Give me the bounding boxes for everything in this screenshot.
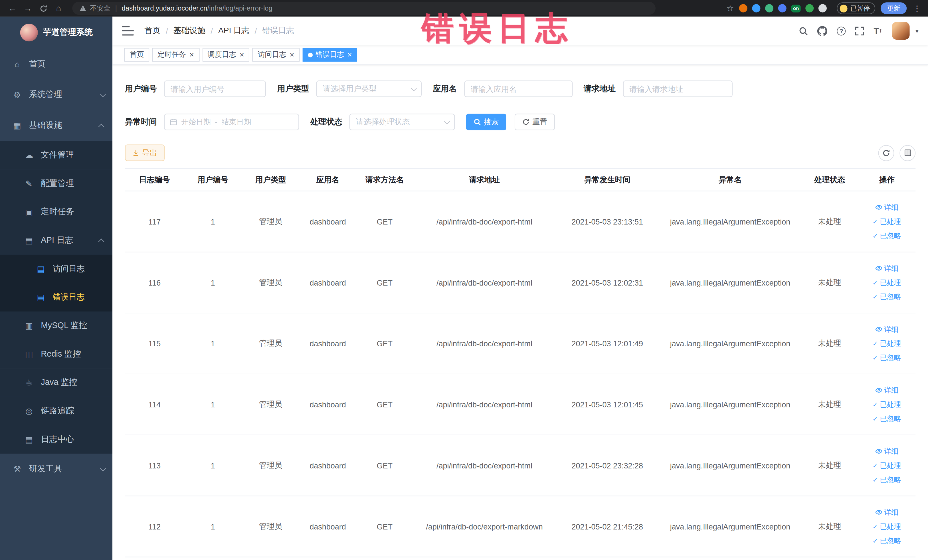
processed-link[interactable]: ✓已处理 [873, 216, 901, 227]
breadcrumb-item[interactable]: 首页 [145, 25, 160, 36]
cell-status: 未处理 [801, 374, 858, 435]
sidebar-item-home[interactable]: ⌂首页 [0, 49, 112, 79]
forward-icon[interactable]: → [21, 2, 35, 15]
detail-link[interactable]: 详细 [875, 384, 898, 396]
processed-link[interactable]: ✓已处理 [873, 276, 901, 288]
sidebar-item-infrastructure[interactable]: ▦基础设施 [0, 110, 112, 141]
app-name-input[interactable] [464, 81, 572, 97]
check-icon: ✓ [873, 474, 878, 486]
processed-link[interactable]: ✓已处理 [873, 337, 901, 349]
address-bar[interactable]: 不安全 | dashboard.yudao.iocoder.cn /infra/… [72, 2, 656, 15]
home-icon[interactable]: ⌂ [52, 2, 65, 15]
extension-blue-grid[interactable] [778, 4, 786, 12]
detail-link[interactable]: 详细 [875, 201, 898, 214]
tab-close-icon[interactable]: × [240, 51, 244, 59]
detail-link[interactable]: 详细 [875, 262, 898, 275]
cell-exception: java.lang.IllegalArgumentException [659, 252, 801, 313]
tab-close-icon[interactable]: × [189, 51, 194, 59]
sidebar-item-trace[interactable]: ◎链路追踪 [0, 397, 112, 425]
refresh-table-button[interactable] [878, 145, 894, 161]
avatar-caret-icon[interactable]: ▾ [916, 27, 918, 34]
user-type-select[interactable]: 请选择用户类型 [316, 81, 422, 97]
tab-close-icon[interactable]: × [290, 51, 295, 59]
user-avatar[interactable] [892, 22, 910, 40]
sidebar-item-label: 基础设施 [29, 120, 62, 131]
browser-update-button[interactable]: 更新 [881, 2, 907, 14]
tab-scheduled-task[interactable]: 定时任务× [152, 48, 199, 62]
extension-light-circle[interactable] [818, 4, 827, 12]
process-status-select[interactable]: 请选择处理状态 [350, 114, 455, 130]
extension-vue-devtools[interactable] [765, 4, 774, 12]
browser-menu-icon[interactable]: ⋮ [912, 4, 922, 12]
search-icon[interactable] [799, 26, 808, 35]
security-label[interactable]: 不安全 [90, 4, 111, 12]
reload-icon[interactable] [37, 2, 50, 15]
action-label: 详细 [884, 507, 898, 518]
sidebar-item-log-center[interactable]: ▤日志中心 [0, 425, 112, 453]
doc-icon: ▤ [36, 292, 46, 302]
cell-user-type: 管理员 [242, 435, 299, 496]
cell-time: 2021-05-03 12:01:49 [556, 313, 659, 374]
processed-link[interactable]: ✓已处理 [873, 398, 901, 410]
detail-link[interactable]: 详细 [875, 323, 898, 335]
date-range-picker[interactable]: 开始日期 - 结束日期 [164, 114, 299, 130]
extension-blue-circle[interactable] [752, 4, 760, 12]
tab-schedule-log[interactable]: 调度日志× [202, 48, 249, 62]
sidebar-item-config-management[interactable]: ✎配置管理 [0, 169, 112, 198]
processed-link[interactable]: ✓已处理 [873, 520, 901, 533]
extension-orange-circle[interactable] [739, 4, 748, 12]
sidebar-item-label: Java 监控 [41, 377, 77, 388]
main-area: 首页/基础设施/API 日志/错误日志 ? TT ▾ [112, 17, 928, 560]
sidebar-item-dev-tools[interactable]: ⚒研发工具 [0, 453, 112, 484]
sidebar-item-scheduled-task[interactable]: ▣定时任务 [0, 198, 112, 226]
paused-extension-badge[interactable]: 已暂停 [837, 2, 875, 14]
bookmark-star-icon[interactable]: ☆ [726, 3, 734, 13]
sidebar-item-redis-monitor[interactable]: ◫Redis 监控 [0, 340, 112, 369]
export-button[interactable]: 导出 [125, 145, 165, 161]
ignored-link[interactable]: ✓已忽略 [873, 413, 901, 425]
sidebar-item-mysql-monitor[interactable]: ▥MySQL 监控 [0, 311, 112, 340]
extension-on-toggle[interactable]: on [791, 5, 801, 12]
ignored-link[interactable]: ✓已忽略 [873, 474, 901, 486]
sidebar-item-error-log[interactable]: ▤错误日志 [0, 283, 112, 311]
detail-link[interactable]: 详细 [875, 507, 898, 518]
ignored-link[interactable]: ✓已忽略 [873, 291, 901, 303]
breadcrumb-item[interactable]: 基础设施 [174, 25, 205, 36]
check-icon: ✓ [873, 337, 878, 349]
tab-home[interactable]: 首页 [124, 48, 149, 62]
detail-link[interactable]: 详细 [875, 445, 898, 457]
column-settings-button[interactable] [899, 145, 916, 161]
user-id-input[interactable] [164, 81, 266, 97]
cell-exception: java.lang.IllegalArgumentException [659, 374, 801, 435]
fullscreen-icon[interactable] [855, 26, 864, 35]
sidebar-item-file-management[interactable]: ☁文件管理 [0, 141, 112, 169]
config-icon: ✎ [24, 179, 34, 188]
tab-close-icon[interactable]: × [348, 51, 352, 59]
back-icon[interactable]: ← [6, 2, 19, 15]
sidebar-toggle-button[interactable] [122, 26, 134, 35]
ignored-link[interactable]: ✓已忽略 [873, 535, 901, 547]
ignored-link[interactable]: ✓已忽略 [873, 230, 901, 242]
font-size-icon[interactable]: TT [874, 26, 882, 35]
tab-access-log[interactable]: 访问日志× [252, 48, 299, 62]
sidebar-item-java-monitor[interactable]: ☕Java 监控 [0, 368, 112, 397]
search-button[interactable]: 搜索 [466, 114, 506, 130]
github-icon[interactable] [817, 26, 827, 36]
breadcrumb-item[interactable]: API 日志 [218, 25, 249, 36]
reset-button[interactable]: 重置 [514, 114, 555, 130]
request-url-input[interactable] [623, 81, 732, 97]
sidebar-item-access-log[interactable]: ▤访问日志 [0, 255, 112, 283]
extension-green-leaf[interactable] [805, 4, 814, 12]
app-frame: 芋道管理系统 ⌂首页⚙系统管理▦基础设施☁文件管理✎配置管理▣定时任务▤API … [0, 17, 928, 560]
tab-error-log[interactable]: 错误日志× [302, 48, 357, 62]
sidebar-item-system-management[interactable]: ⚙系统管理 [0, 79, 112, 110]
help-icon[interactable]: ? [837, 26, 846, 35]
ignored-link[interactable]: ✓已忽略 [873, 352, 901, 364]
app-logo[interactable]: 芋道管理系统 [0, 17, 112, 49]
sidebar-item-api-log[interactable]: ▤API 日志 [0, 226, 112, 255]
chevron-down-icon [411, 85, 417, 91]
table-tools [878, 145, 916, 161]
mysql-icon: ▥ [24, 321, 34, 330]
cell-app: dashboard [299, 313, 356, 374]
processed-link[interactable]: ✓已处理 [873, 459, 901, 471]
